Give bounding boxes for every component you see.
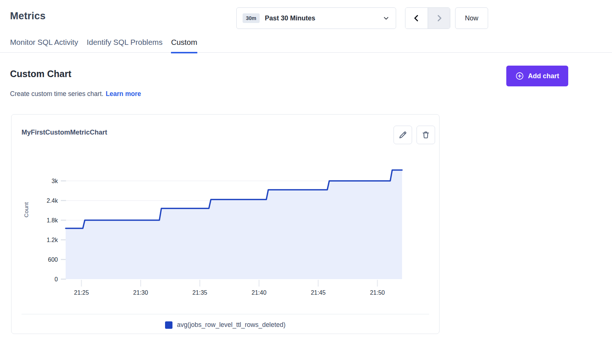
legend-label: avg(jobs_row_level_ttl_rows_deleted) xyxy=(177,321,286,329)
svg-text:2.4k: 2.4k xyxy=(47,198,58,204)
svg-text:21:50: 21:50 xyxy=(370,289,385,296)
delete-chart-button[interactable] xyxy=(417,126,435,144)
section-description: Create custom time series chart.Learn mo… xyxy=(10,90,141,98)
y-axis-label: Count xyxy=(23,199,30,221)
svg-text:21:45: 21:45 xyxy=(311,289,326,296)
time-range-selector[interactable]: 30m Past 30 Minutes xyxy=(236,7,396,29)
trash-icon xyxy=(421,130,431,140)
next-time-button[interactable] xyxy=(428,8,450,29)
tab-monitor-sql-activity[interactable]: Monitor SQL Activity xyxy=(10,37,78,52)
svg-text:21:25: 21:25 xyxy=(74,289,89,296)
tab-bar: Monitor SQL Activity Identify SQL Proble… xyxy=(0,37,612,53)
svg-text:21:35: 21:35 xyxy=(193,289,207,296)
edit-chart-button[interactable] xyxy=(394,126,412,144)
add-chart-button[interactable]: Add chart xyxy=(506,66,568,86)
chart-legend: avg(jobs_row_level_ttl_rows_deleted) xyxy=(11,321,439,329)
chevron-right-icon xyxy=(435,14,444,23)
add-chart-label: Add chart xyxy=(528,72,559,80)
chevron-left-icon xyxy=(412,14,421,23)
page-title: Metrics xyxy=(10,10,46,22)
chevron-down-icon xyxy=(382,14,390,22)
tab-custom[interactable]: Custom xyxy=(171,37,197,52)
card-divider xyxy=(22,314,429,314)
section-title: Custom Chart xyxy=(10,69,71,79)
svg-text:600: 600 xyxy=(48,257,58,263)
chart-title: MyFirstCustomMetricChart xyxy=(22,129,107,136)
now-button[interactable]: Now xyxy=(455,7,488,29)
chart-card: MyFirstCustomMetricChart Count 06001.2k1… xyxy=(11,114,440,334)
svg-text:21:40: 21:40 xyxy=(251,289,266,296)
previous-time-button[interactable] xyxy=(405,8,428,29)
svg-text:3k: 3k xyxy=(52,178,58,184)
section-description-text: Create custom time series chart. xyxy=(10,90,103,97)
time-range-duration-badge: 30m xyxy=(243,13,260,23)
svg-text:1.2k: 1.2k xyxy=(47,237,58,243)
plus-circle-icon xyxy=(515,72,524,80)
legend-swatch xyxy=(165,321,172,329)
svg-text:1.8k: 1.8k xyxy=(47,217,58,224)
svg-text:0: 0 xyxy=(55,276,58,282)
custom-chart-svg[interactable]: 06001.2k1.8k2.4k3k21:2521:3021:3521:4021… xyxy=(37,150,405,299)
tab-identify-sql-problems[interactable]: Identify SQL Problems xyxy=(87,37,162,52)
time-range-pager xyxy=(405,7,450,29)
time-range-label: Past 30 Minutes xyxy=(265,14,382,22)
pencil-icon xyxy=(398,130,408,140)
svg-text:21:30: 21:30 xyxy=(133,289,148,296)
learn-more-link[interactable]: Learn more xyxy=(106,90,141,97)
